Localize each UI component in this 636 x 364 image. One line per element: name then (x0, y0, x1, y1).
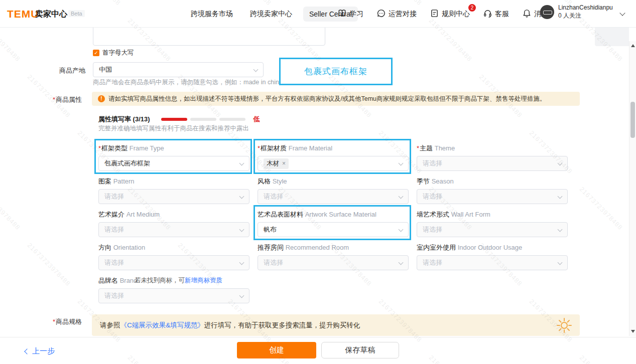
sun-icon (556, 317, 573, 334)
create-button[interactable]: 创建 (237, 342, 316, 358)
customer-service-menu[interactable]: 客服 (483, 9, 509, 20)
floating-annotation-label: 包裹式画布框架 (279, 58, 393, 85)
field-season: 季节 Season 请选择 (417, 177, 568, 204)
theme-select[interactable]: 请选择 (417, 156, 568, 171)
scroll-down-arrow[interactable] (631, 330, 635, 333)
chevron-down-icon (239, 161, 244, 166)
chevron-down-icon (399, 194, 404, 199)
field-style: 风格 Style 请选择 (258, 177, 409, 204)
progress-segment-filled (161, 118, 187, 121)
chevron-down-icon[interactable] (619, 10, 625, 16)
chevron-down-icon (253, 67, 259, 72)
scrollbar-thumb[interactable] (630, 102, 635, 138)
footer-action-bar: 上一步 创建 保存草稿 (0, 337, 636, 364)
header-tools: 学习 运营对接 规则中心 2 客服 消息 (337, 0, 548, 28)
progress-segment-empty (219, 118, 245, 121)
save-draft-button[interactable]: 保存草稿 (321, 342, 399, 358)
chat-icon (376, 9, 386, 20)
nav-cross-border-service-market[interactable]: 跨境服务市场 (185, 6, 239, 22)
app-title: 卖家中心 (35, 9, 67, 20)
chevron-down-icon (558, 260, 563, 265)
notification-badge: 2 (468, 4, 476, 12)
artwork-surface-material-select[interactable]: 帆布 (258, 222, 409, 237)
book-icon (337, 9, 347, 20)
attributes-section-label: *商品属性 (53, 95, 93, 104)
style-select[interactable]: 请选择 (258, 189, 409, 204)
field-recommended-room: 推荐房间 Recommended Room 请选择 (258, 243, 409, 270)
field-art-medium: 艺术媒介 Art Medium 请选择 (98, 210, 249, 237)
chevron-down-icon (239, 293, 244, 298)
field-theme: *主题 Theme 请选择 (417, 144, 568, 171)
frame-material-select[interactable]: 木材× (258, 156, 409, 171)
warning-icon: ! (98, 95, 105, 102)
fill-rate-hint: 完整并准确地填写属性有利于商品在搜索和推荐中露出 (98, 124, 249, 133)
brand-select[interactable]: 请选择 (98, 288, 249, 303)
origin-hint: 商品产地会在商品条码中展示，请勿随意勾选，例如：made in china (93, 78, 283, 87)
chevron-down-icon (399, 227, 404, 232)
learn-menu[interactable]: 学习 (337, 9, 363, 20)
recommended-room-select[interactable]: 请选择 (258, 255, 409, 270)
top-navbar: TEMU 卖家中心 Beta 跨境服务市场 跨境卖家中心 Seller Cent… (0, 0, 636, 28)
fill-rate-progress-bar (161, 118, 245, 121)
capitalize-checkbox-row: ✓ 首字母大写 (93, 49, 134, 57)
user-followers: 0 人关注 (558, 12, 613, 20)
rules-center-menu[interactable]: 规则中心 2 (430, 9, 470, 20)
frame-type-select[interactable]: 包裹式画布框架 (98, 156, 249, 171)
brand-hint: 若未找到商标，可新增商标资质 (135, 276, 222, 285)
chevron-down-icon (239, 260, 244, 265)
specs-notice-banner: 请参照《C端展示效果&填写规范》进行填写，有助于获取更多搜索流量，提升购买转化 (92, 314, 580, 336)
pattern-select[interactable]: 请选择 (98, 189, 249, 204)
origin-select[interactable]: 中国 (93, 62, 264, 77)
progress-segment-empty (190, 118, 216, 121)
spec-guideline-link[interactable]: 《C端展示效果&填写规范》 (120, 321, 204, 329)
field-frame-material: *框架材质 Frame Material 木材× (258, 144, 409, 171)
indoor-outdoor-usage-select[interactable]: 请选择 (417, 255, 568, 270)
temu-logo[interactable]: TEMU (7, 8, 39, 20)
chevron-down-icon (558, 161, 563, 166)
nav-tabs: 跨境服务市场 跨境卖家中心 Seller Central (185, 0, 358, 28)
chevron-down-icon (558, 194, 563, 199)
nav-cross-border-seller-center[interactable]: 跨境卖家中心 (244, 6, 298, 22)
chevron-left-icon (24, 348, 30, 354)
bell-icon (522, 9, 532, 20)
chevron-down-icon (399, 260, 404, 265)
page: TEMU 卖家中心 Beta 跨境服务市场 跨境卖家中心 Seller Cent… (0, 0, 636, 364)
field-orientation: 方向 Orientation 请选择 (98, 243, 249, 270)
user-account[interactable]: LinzhanCeshidianpu 0 人关注 (540, 4, 613, 20)
scrollbar[interactable] (629, 41, 636, 336)
document-icon (430, 9, 439, 20)
fill-rate-title: 属性填写率 (3/13) (98, 115, 150, 124)
avatar (540, 5, 554, 19)
corner-background (595, 28, 629, 46)
chevron-down-icon (558, 227, 563, 232)
fill-rate-level: 低 (253, 115, 260, 124)
attributes-warning-banner: ! 请如实填写商品属性信息，如出现描述不符等违规情形，平台方有权依据商家协议及/… (92, 92, 580, 106)
chevron-down-icon (239, 227, 244, 232)
field-wall-art-form: 墙艺术形式 Wall Art Form 请选择 (417, 210, 568, 237)
season-select[interactable]: 请选择 (417, 189, 568, 204)
field-indoor-outdoor-usage: 室内室外使用 Indoor Outdoor Usage 请选择 (417, 243, 568, 270)
back-link[interactable]: 上一步 (25, 346, 55, 356)
field-frame-type: *框架类型 Frame Type 包裹式画布框架 (98, 144, 249, 171)
operations-menu[interactable]: 运营对接 (376, 9, 417, 20)
user-name: LinzhanCeshidianpu (558, 4, 613, 12)
scroll-up-arrow[interactable] (631, 44, 635, 47)
field-artwork-surface-material: 艺术品表面材料 Artwork Surface Material 帆布 (258, 210, 409, 237)
selected-tag: 木材× (264, 158, 289, 169)
beta-badge: Beta (68, 10, 85, 17)
field-pattern: 图案 Pattern 请选择 (98, 177, 249, 204)
form-scroll-area: ✓ 首字母大写 商品产地 中国 商品产地会在商品条码中展示，请勿随意勾选，例如：… (0, 28, 636, 337)
art-medium-select[interactable]: 请选择 (98, 222, 249, 237)
remove-tag-icon[interactable]: × (282, 160, 286, 167)
chevron-down-icon (399, 161, 404, 166)
capitalize-label: 首字母大写 (102, 49, 134, 57)
headset-icon (483, 9, 492, 20)
specs-section-label: *商品规格 (53, 317, 82, 326)
add-trademark-link[interactable]: 新增商标资质 (185, 277, 222, 284)
checkbox-checked-icon[interactable]: ✓ (93, 50, 99, 56)
wall-art-form-select[interactable]: 请选择 (417, 222, 568, 237)
product-title-input[interactable] (93, 28, 325, 46)
chevron-down-icon (239, 194, 244, 199)
fill-rate-row: 属性填写率 (3/13) 低 (98, 115, 260, 124)
orientation-select[interactable]: 请选择 (98, 255, 249, 270)
